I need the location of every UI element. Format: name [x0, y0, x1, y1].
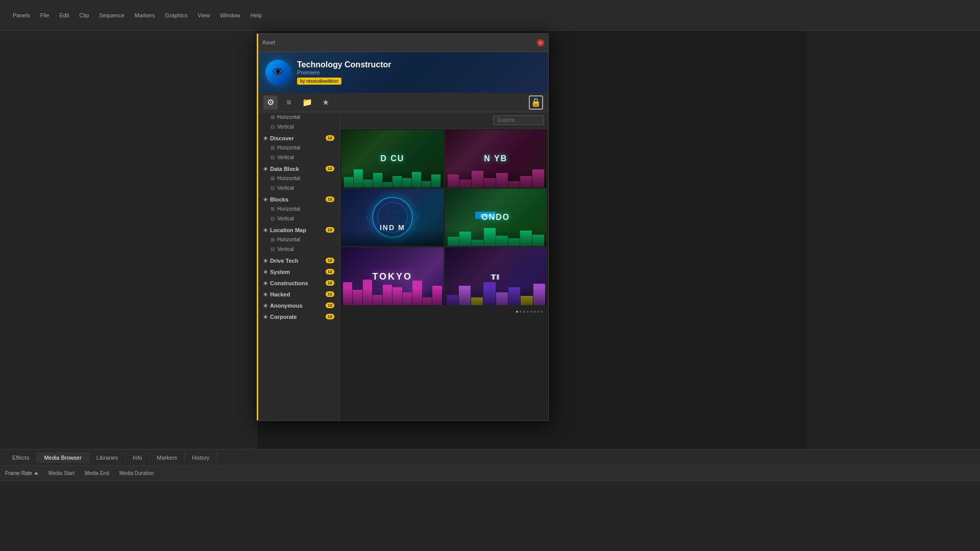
sidebar-category-anonymous[interactable]: ◈ Anonymous 12 [258, 299, 339, 310]
tab-libraries[interactable]: Libraries [89, 453, 126, 463]
tab-history[interactable]: History [185, 453, 217, 463]
tech-bars-2 [445, 167, 547, 187]
frame-rate-button[interactable]: Frame Rate [5, 470, 38, 476]
bar [393, 176, 402, 187]
page-dot-7[interactable] [537, 311, 540, 313]
bar [508, 287, 520, 305]
plugin-window: Asset × 👁 Technology Constructor Premier… [258, 33, 549, 421]
sidebar-sub-label-vertical-5: Vertical [277, 246, 294, 252]
bar [520, 231, 532, 246]
tab-info[interactable]: Info [126, 453, 150, 463]
grid-item-5[interactable]: TOKYO [341, 247, 444, 305]
sidebar-item-vertical-2[interactable]: ⊟ Vertical [258, 153, 339, 162]
sidebar-item-horizontal-2[interactable]: ⊞ Horizontal [258, 143, 339, 153]
drivetech-label: Drive Tech [270, 258, 323, 264]
bar [383, 285, 392, 305]
menu-window[interactable]: Window [215, 12, 245, 18]
tab-effects[interactable]: Effects [5, 453, 37, 463]
bar [423, 297, 432, 305]
page-dot-2[interactable] [520, 311, 522, 313]
sidebar-item-vertical-4[interactable]: ⊟ Vertical [258, 214, 339, 223]
menu-clip[interactable]: Clip [74, 12, 94, 18]
grid-item-6[interactable]: TI [445, 247, 547, 305]
menu-view[interactable]: View [193, 12, 215, 18]
bar [431, 174, 440, 187]
sidebar-item-vertical-1[interactable]: ⊟ Vertical [258, 122, 339, 132]
system-badge: 12 [326, 269, 334, 274]
bar [484, 228, 496, 246]
sidebar-category-discover[interactable]: ◈ Discover 12 [258, 132, 339, 143]
menu-graphics[interactable]: Graphics [160, 12, 193, 18]
bar [472, 240, 483, 246]
page-dot-6[interactable] [534, 311, 536, 313]
grid-item-1[interactable]: D CU [341, 130, 444, 187]
sidebar-category-blocks[interactable]: ◈ Blocks 12 [258, 193, 339, 204]
page-dot-8[interactable] [541, 311, 543, 313]
plugin-author-badge: by ntxstudioedition [297, 78, 341, 85]
sidebar-sub-label-horizontal-3: Horizontal [277, 176, 300, 181]
lock-button[interactable]: 🔒 [529, 95, 543, 110]
frame-rate-label: Frame Rate [5, 470, 32, 476]
menu-sequence[interactable]: Sequence [94, 12, 130, 18]
media-end-label: Media End [85, 470, 109, 476]
grid-item-3[interactable]: IND M [341, 189, 444, 246]
bar [471, 297, 483, 305]
sidebar-sub-icon-6: ⊟ [271, 185, 275, 191]
close-button[interactable]: × [537, 39, 544, 46]
bar [508, 181, 520, 187]
plugin-subtitle: Premiere [297, 69, 391, 76]
bar [459, 286, 471, 305]
page-dot-5[interactable] [530, 311, 532, 313]
folder-icon-button[interactable]: 📁 [300, 95, 314, 110]
menu-file[interactable]: File [35, 12, 55, 18]
page-dot-1[interactable] [516, 311, 518, 313]
bar [472, 171, 483, 187]
tab-media-browser[interactable]: Media Browser [37, 453, 89, 463]
plugin-title: Technology Constructor [297, 60, 391, 69]
sidebar-category-corporate[interactable]: ◈ Corporate 12 [258, 310, 339, 321]
right-workspace-panel [806, 31, 980, 449]
grid-item-4[interactable]: DATA ONDO [445, 189, 547, 246]
sidebar-category-hacked[interactable]: ◈ Hacked 11 [258, 288, 339, 299]
bar [354, 169, 363, 187]
sidebar-item-horizontal-3[interactable]: ⊞ Horizontal [258, 173, 339, 183]
lock-symbol: 🔒 [531, 97, 541, 107]
blocks-badge: 12 [326, 196, 334, 202]
drivetech-icon: ◈ [263, 257, 267, 264]
hacked-badge: 11 [326, 291, 334, 297]
discover-icon: ◈ [263, 135, 267, 141]
sidebar-item-vertical-5[interactable]: ⊟ Vertical [258, 244, 339, 254]
sidebar-item-horizontal-1[interactable]: ⊞ Horizontal [258, 112, 339, 122]
sidebar-sub-icon-1: ⊞ [271, 114, 275, 120]
page-dot-3[interactable] [523, 311, 525, 313]
bar [459, 232, 471, 246]
page-dot-4[interactable] [527, 311, 529, 313]
menu-edit[interactable]: Edit [54, 12, 74, 18]
sidebar-item-vertical-3[interactable]: ⊟ Vertical [258, 183, 339, 193]
sidebar-item-horizontal-4[interactable]: ⊞ Horizontal [258, 204, 339, 214]
chevron-up-icon [34, 472, 38, 474]
filter-icon-button[interactable]: ⚙ [263, 95, 278, 110]
sidebar-category-drivetech[interactable]: ◈ Drive Tech 12 [258, 254, 339, 265]
tech-bars-1 [341, 167, 444, 187]
bar [343, 282, 352, 305]
sidebar-sub-icon-8: ⊟ [271, 216, 275, 221]
list-icon-button[interactable]: ≡ [282, 95, 296, 110]
pink-bars [341, 280, 444, 305]
tab-markers[interactable]: Markers [150, 453, 185, 463]
sidebar-category-constructions[interactable]: ◈ Constructions 12 [258, 277, 339, 288]
grid-item-text-4: ONDO [481, 213, 510, 222]
sidebar-category-locationmap[interactable]: ◈ Location Map 12 [258, 223, 339, 235]
grid-item-2[interactable]: N YB [445, 130, 547, 187]
sidebar-sub-icon-5: ⊞ [271, 176, 275, 181]
sidebar-item-horizontal-5[interactable]: ⊞ Horizontal [258, 235, 339, 244]
menu-panels[interactable]: Panels [8, 12, 35, 18]
menu-help[interactable]: Help [245, 12, 267, 18]
menu-markers[interactable]: Markers [130, 12, 160, 18]
sidebar-category-datablock[interactable]: ◈ Data Block 12 [258, 162, 339, 173]
search-input[interactable] [493, 115, 544, 125]
sidebar-sub-label-vertical-4: Vertical [277, 216, 294, 221]
sidebar-category-system[interactable]: ◈ System 12 [258, 265, 339, 277]
star-icon-button[interactable]: ★ [318, 95, 333, 110]
grid-item-text-6: TI [492, 272, 500, 281]
